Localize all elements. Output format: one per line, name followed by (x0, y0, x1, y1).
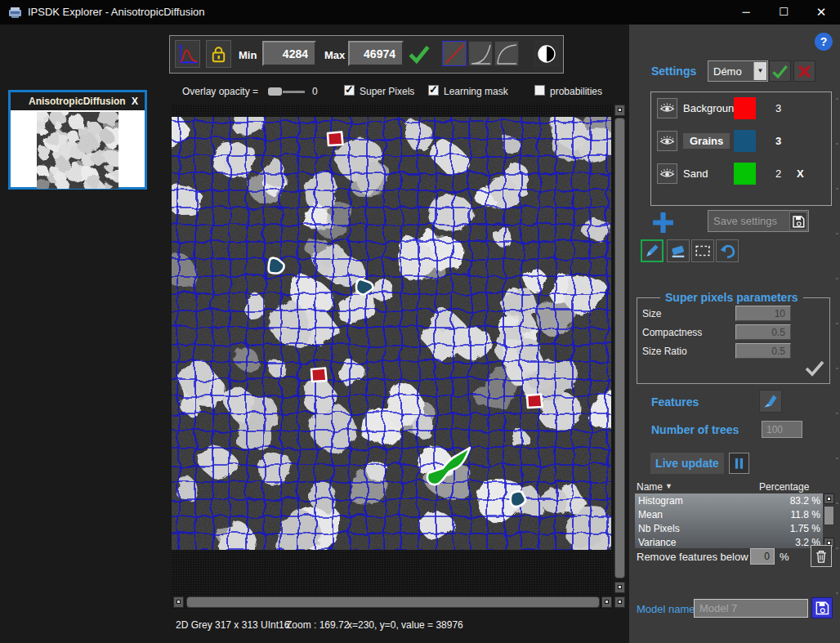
class-name[interactable]: Sand (683, 167, 708, 180)
help-button[interactable]: ? (815, 33, 833, 51)
histogram-button[interactable] (175, 40, 200, 68)
max-label: Max (324, 49, 345, 61)
panel-edge-grip-dot (836, 368, 838, 369)
live-update-button[interactable]: Live update (650, 453, 724, 474)
sort-arrow-icon[interactable]: ▼ (665, 482, 672, 490)
pause-button[interactable] (729, 453, 749, 474)
draw-pencil-tool[interactable] (641, 239, 664, 262)
feature-name: Histogram (638, 495, 683, 507)
panel-edge-grip-dot (836, 458, 838, 459)
model-name-input[interactable] (694, 599, 808, 618)
feature-percentage: 11.8 % (791, 509, 820, 520)
super-pixels-label[interactable]: Super Pixels (360, 86, 414, 97)
class-color-swatch[interactable] (734, 97, 756, 119)
main-image[interactable] (172, 117, 611, 550)
linear-lut-button[interactable] (442, 41, 467, 66)
histogram-icon (176, 43, 199, 65)
learning-mask-checkbox[interactable] (428, 85, 439, 96)
add-class-button[interactable] (650, 210, 676, 234)
vertical-scrollbar-thumb[interactable] (614, 118, 625, 578)
scroll-left-button[interactable] (173, 596, 184, 608)
superpixels-title: Super pixels parameters (660, 291, 803, 304)
delete-features-button[interactable] (811, 545, 832, 567)
thumbnail-header[interactable]: AnisotropicDiffusion X (11, 92, 145, 110)
minimize-button[interactable]: ─ (727, 0, 765, 25)
table-scroll-up-button[interactable] (824, 493, 834, 504)
visibility-eye-button[interactable] (657, 163, 677, 184)
eye-icon (659, 166, 675, 181)
class-name[interactable]: Background (683, 102, 739, 114)
feature-name: Mean (638, 509, 663, 520)
class-row-grains[interactable]: Grains 3 (651, 131, 833, 155)
apply-range-button[interactable] (407, 41, 431, 66)
undo-tool[interactable] (716, 239, 739, 262)
save-model-button[interactable] (811, 597, 833, 618)
undo-arrow-icon (718, 242, 736, 260)
table-row[interactable]: Nb Pixels1.75 % (635, 521, 823, 535)
table-scrollbar-thumb[interactable] (824, 506, 834, 525)
size-ratio-input[interactable] (735, 343, 791, 359)
chevron-down-icon[interactable]: ▼ (753, 62, 766, 80)
table-row[interactable]: Histogram83.2 % (635, 493, 823, 507)
cross-icon (796, 63, 813, 80)
image-thumbnail-panel[interactable]: AnisotropicDiffusion X (8, 90, 147, 190)
rectangle-select-tool[interactable] (691, 239, 714, 262)
number-of-trees-input[interactable] (762, 421, 802, 438)
maximize-button[interactable]: ☐ (765, 0, 802, 25)
class-name[interactable]: Grains (683, 133, 730, 149)
close-button[interactable]: ✕ (802, 0, 840, 25)
eye-icon (659, 133, 675, 149)
check-icon (407, 42, 431, 66)
table-row[interactable]: Variance3.2 % (635, 535, 823, 548)
contrast-icon (535, 42, 558, 65)
max-input[interactable] (348, 41, 404, 66)
class-row-background[interactable]: Background 3 (651, 98, 833, 123)
visibility-eye-button[interactable] (657, 131, 677, 151)
panel-edge-grip-dot (836, 278, 838, 279)
model-name-label: Model name (637, 603, 695, 615)
scroll-right-button[interactable] (601, 596, 612, 608)
superpixels-groupbox (637, 297, 830, 384)
titlebar[interactable]: IPSDK Explorer - AnisotropicDiffusion ─ … (0, 0, 840, 25)
thumbnail-image[interactable] (37, 112, 118, 189)
size-input[interactable] (735, 306, 791, 321)
overlay-opacity-value: 0 (312, 86, 318, 97)
compactness-input[interactable] (735, 324, 791, 340)
eraser-icon (669, 242, 687, 260)
table-row[interactable]: Mean11.8 % (635, 507, 823, 521)
min-input[interactable] (262, 41, 316, 66)
super-pixels-checkbox[interactable] (344, 85, 355, 96)
panel-edge-grip-dot (836, 502, 838, 504)
eraser-tool[interactable] (667, 239, 690, 262)
class-remove-button[interactable]: X (797, 167, 804, 180)
remove-threshold-input[interactable] (750, 548, 775, 565)
superpixels-apply-button[interactable] (804, 359, 825, 377)
class-row-sand[interactable]: Sand 2 X (651, 163, 833, 188)
features-table[interactable]: Histogram83.2 % Mean11.8 % Nb Pixels1.75… (635, 493, 823, 548)
table-name-header[interactable]: Name (637, 481, 663, 493)
gamma-down-lut-button[interactable] (494, 41, 519, 66)
scroll-down-button[interactable] (614, 582, 625, 593)
class-color-swatch[interactable] (734, 163, 756, 185)
gamma-up-lut-button[interactable] (468, 41, 493, 66)
learning-mask-label[interactable]: Learning mask (444, 86, 508, 97)
thumbnail-close-button[interactable]: X (132, 96, 138, 107)
contrast-button[interactable] (534, 41, 559, 66)
features-edit-button[interactable] (759, 390, 782, 413)
probabilities-checkbox[interactable] (534, 85, 545, 96)
probabilities-label[interactable]: probabilities (550, 86, 602, 97)
overlay-opacity-slider[interactable] (268, 87, 306, 96)
scroll-up-button[interactable] (614, 105, 625, 116)
table-percentage-header[interactable]: Percentage (759, 481, 809, 493)
scrollbar-corner-button[interactable] (614, 596, 625, 608)
settings-preset-dropdown[interactable]: Démo ▼ (708, 60, 768, 82)
slider-handle[interactable] (268, 87, 282, 96)
panel-edge-grip-dot (836, 547, 838, 549)
visibility-eye-button[interactable] (657, 98, 677, 118)
settings-delete-button[interactable] (793, 60, 815, 82)
lock-button[interactable] (206, 40, 231, 68)
settings-apply-button[interactable] (769, 60, 791, 82)
save-settings-button[interactable] (789, 212, 807, 230)
horizontal-scrollbar-thumb[interactable] (186, 596, 600, 608)
class-color-swatch[interactable] (734, 130, 756, 152)
